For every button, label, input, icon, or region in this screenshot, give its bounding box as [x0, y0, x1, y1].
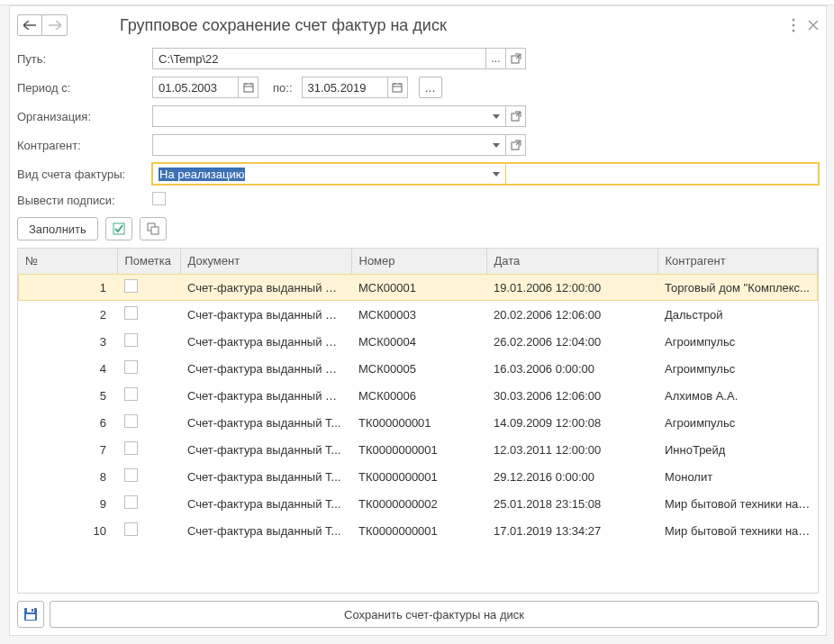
calendar-icon — [392, 82, 403, 93]
cell-doc: Счет-фактура выданный М... — [180, 382, 351, 409]
row-mark-checkbox[interactable] — [124, 333, 138, 347]
table-row[interactable]: 2Счет-фактура выданный М...МСК0000320.02… — [18, 301, 818, 328]
cell-number: ТК0000000001 — [351, 463, 486, 490]
nav-forward-button[interactable] — [42, 14, 68, 36]
cell-num: 2 — [18, 301, 117, 328]
path-browse-button[interactable]: ... — [486, 48, 506, 69]
cell-date: 12.03.2011 12:00:00 — [486, 436, 657, 463]
fill-button[interactable]: Заполнить — [17, 217, 98, 240]
cell-doc: Счет-фактура выданный Т... — [180, 463, 351, 490]
row-mark-checkbox[interactable] — [124, 495, 138, 509]
organization-input[interactable] — [152, 105, 486, 127]
cell-num: 4 — [18, 355, 117, 382]
cell-contractor: Дальстрой — [657, 301, 818, 328]
invoice-type-input[interactable]: На реализацию — [152, 163, 486, 185]
table-row[interactable]: 9Счет-фактура выданный Т...ТК00000000022… — [18, 490, 818, 517]
show-signatures-label: Вывести подписи: — [17, 194, 152, 207]
window-tools — [792, 18, 819, 32]
row-mark-checkbox[interactable] — [124, 522, 138, 536]
copy-button[interactable] — [140, 217, 167, 240]
period-select-button[interactable]: ... — [419, 77, 442, 98]
period-from-calendar-button[interactable] — [239, 77, 258, 98]
col-date[interactable]: Дата — [486, 249, 657, 274]
row-mark-checkbox[interactable] — [124, 306, 138, 320]
cell-num: 9 — [18, 490, 117, 517]
cell-contractor: Агроимпульс — [657, 409, 818, 436]
cell-num: 8 — [18, 463, 117, 490]
cell-date: 20.02.2006 12:06:00 — [486, 301, 657, 328]
invoice-table-header: № Пометка Документ Номер Дата Контрагент… — [18, 249, 818, 544]
cell-contractor: Алхимов А.А. — [657, 382, 818, 409]
invoice-table-body: 1Счет-фактура выданный М...МСК0000119.01… — [18, 274, 818, 544]
cell-contractor: Торговый дом "Комплекс... — [657, 274, 818, 301]
contractor-input[interactable] — [152, 134, 486, 156]
row-mark-checkbox[interactable] — [124, 414, 138, 428]
cell-mark — [117, 517, 180, 544]
cell-mark — [117, 382, 180, 409]
path-label: Путь: — [17, 52, 152, 66]
row-mark-checkbox[interactable] — [124, 360, 138, 374]
page-title: Групповое сохранение счет фактур на диск — [120, 16, 784, 35]
cell-date: 19.01.2006 12:00:00 — [486, 274, 657, 301]
period-from-input[interactable] — [152, 77, 239, 98]
cell-number: МСК00006 — [351, 382, 486, 409]
cell-num: 6 — [18, 409, 117, 436]
path-input[interactable] — [152, 48, 486, 69]
path-open-button[interactable] — [506, 48, 526, 69]
save-icon-button[interactable] — [17, 601, 44, 628]
cell-num: 10 — [18, 517, 117, 544]
cell-date: 14.09.2009 12:00:08 — [486, 409, 657, 436]
col-mark[interactable]: Пометка — [117, 249, 180, 274]
svg-point-1 — [793, 24, 795, 27]
cell-date: 26.02.2006 12:04:00 — [486, 328, 657, 355]
contractor-label: Контрагент: — [17, 139, 152, 152]
period-to-calendar-button[interactable] — [388, 77, 408, 98]
table-row[interactable]: 5Счет-фактура выданный М...МСК0000630.03… — [18, 382, 818, 409]
cell-num: 1 — [18, 274, 117, 301]
cell-number: МСК00001 — [351, 274, 486, 301]
chevron-down-icon — [493, 172, 500, 177]
invoice-type-label: Вид счета фактуры: — [17, 168, 152, 181]
cell-date: 16.03.2006 0:00:00 — [486, 355, 657, 382]
cell-contractor: Монолит — [657, 463, 818, 490]
table-row[interactable]: 4Счет-фактура выданный М...МСК0000516.03… — [18, 355, 818, 382]
toggle-marks-button[interactable] — [105, 217, 132, 240]
more-menu-icon[interactable] — [792, 18, 795, 32]
table-row[interactable]: 10Счет-фактура выданный Т...ТК0000000001… — [18, 517, 818, 544]
contractor-dropdown-button[interactable] — [486, 134, 506, 156]
table-row[interactable]: 6Счет-фактура выданный Т...ТК00000000114… — [18, 409, 818, 436]
period-from-label: Период с: — [17, 81, 152, 95]
col-contractor[interactable]: Контрагент — [657, 249, 818, 274]
svg-rect-5 — [393, 84, 402, 92]
row-mark-checkbox[interactable] — [124, 387, 138, 401]
table-header-row: № Пометка Документ Номер Дата Контрагент — [18, 249, 818, 274]
save-main-button[interactable]: Сохранить счет-фактуры на диск — [50, 601, 819, 628]
table-row[interactable]: 1Счет-фактура выданный М...МСК0000119.01… — [18, 274, 818, 301]
contractor-open-button[interactable] — [506, 134, 526, 156]
invoice-type-dropdown-button[interactable] — [486, 163, 506, 185]
table-row[interactable]: 8Счет-фактура выданный Т...ТК00000000012… — [18, 463, 818, 490]
close-icon[interactable] — [808, 20, 819, 31]
organization-dropdown-button[interactable] — [486, 105, 506, 127]
cell-num: 7 — [18, 436, 117, 463]
svg-rect-13 — [26, 614, 35, 620]
cell-number: МСК00004 — [351, 328, 486, 355]
footer: Сохранить счет-фактуры на диск — [17, 601, 819, 628]
show-signatures-checkbox[interactable] — [152, 192, 166, 205]
organization-open-button[interactable] — [506, 105, 526, 127]
col-num[interactable]: № — [18, 249, 117, 274]
nav-back-button[interactable] — [17, 14, 42, 36]
row-mark-checkbox[interactable] — [124, 441, 138, 455]
floppy-disk-icon — [23, 607, 38, 621]
period-row: по:: ... — [152, 77, 819, 98]
row-mark-checkbox[interactable] — [124, 468, 138, 482]
col-number[interactable]: Номер — [351, 249, 486, 274]
period-to-input[interactable] — [302, 77, 388, 98]
cell-number: ТК0000000001 — [351, 517, 486, 544]
row-mark-checkbox[interactable] — [124, 279, 138, 293]
cell-doc: Счет-фактура выданный М... — [180, 355, 351, 382]
table-row[interactable]: 7Счет-фактура выданный Т...ТК00000000011… — [18, 436, 818, 463]
cell-number: ТК0000000001 — [351, 436, 486, 463]
table-row[interactable]: 3Счет-фактура выданный М...МСК0000426.02… — [18, 328, 818, 355]
col-doc[interactable]: Документ — [180, 249, 351, 274]
